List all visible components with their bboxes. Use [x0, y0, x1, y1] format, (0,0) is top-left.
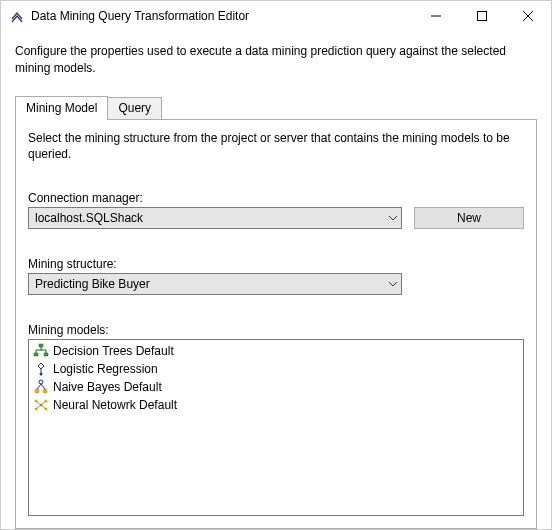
- mining-structure-label: Mining structure:: [28, 257, 524, 271]
- new-connection-button[interactable]: New: [414, 207, 524, 229]
- svg-rect-5: [34, 353, 38, 356]
- chevron-down-icon: [389, 279, 397, 290]
- tabstrip: Mining Model Query: [15, 95, 537, 119]
- minimize-button[interactable]: [413, 1, 459, 31]
- connection-manager-combo[interactable]: localhost.SQLShack: [28, 207, 402, 229]
- mining-structure-combo[interactable]: Predicting Bike Buyer: [28, 273, 402, 295]
- list-item[interactable]: Naive Bayes Default: [31, 378, 521, 396]
- svg-line-26: [41, 401, 46, 405]
- svg-rect-1: [478, 12, 487, 21]
- chevron-down-icon: [389, 213, 397, 224]
- panel-instruction: Select the mining structure from the pro…: [28, 130, 524, 164]
- list-item-label: Decision Trees Default: [53, 343, 174, 359]
- window-controls: [413, 1, 551, 31]
- svg-line-27: [41, 405, 46, 409]
- editor-window: Data Mining Query Transformation Editor …: [0, 0, 552, 530]
- mining-models-listbox[interactable]: Decision Trees DefaultLogistic Regressio…: [28, 339, 524, 516]
- svg-line-17: [37, 384, 41, 389]
- mining-models-label: Mining models:: [28, 323, 524, 337]
- svg-point-14: [39, 380, 43, 384]
- svg-line-18: [41, 384, 45, 389]
- tab-panel-mining-model: Select the mining structure from the pro…: [15, 119, 537, 529]
- svg-line-25: [36, 405, 41, 409]
- tab-mining-model[interactable]: Mining Model: [15, 96, 108, 120]
- tab-label: Query: [118, 101, 151, 115]
- logistic-regression-icon: [33, 361, 49, 377]
- list-item[interactable]: Decision Trees Default: [31, 342, 521, 360]
- dialog-description: Configure the properties used to execute…: [15, 43, 537, 77]
- list-item-label: Naive Bayes Default: [53, 379, 162, 395]
- close-button[interactable]: [505, 1, 551, 31]
- dialog-body: Configure the properties used to execute…: [1, 31, 551, 529]
- neural-network-icon: [33, 397, 49, 413]
- list-item[interactable]: Logistic Regression: [31, 360, 521, 378]
- decision-trees-icon: [33, 343, 49, 359]
- tab-label: Mining Model: [26, 101, 97, 115]
- connection-manager-value: localhost.SQLShack: [35, 211, 143, 225]
- maximize-button[interactable]: [459, 1, 505, 31]
- list-item[interactable]: Neural Netowrk Default: [31, 396, 521, 414]
- naive-bayes-icon: [33, 379, 49, 395]
- svg-point-16: [43, 389, 47, 393]
- svg-rect-4: [39, 344, 43, 347]
- mining-structure-value: Predicting Bike Buyer: [35, 277, 150, 291]
- app-icon: [9, 8, 25, 24]
- new-button-label: New: [457, 211, 481, 225]
- list-item-label: Neural Netowrk Default: [53, 397, 177, 413]
- tab-query[interactable]: Query: [107, 97, 162, 119]
- list-item-label: Logistic Regression: [53, 361, 158, 377]
- window-title: Data Mining Query Transformation Editor: [31, 9, 413, 23]
- titlebar: Data Mining Query Transformation Editor: [1, 1, 551, 31]
- svg-marker-11: [38, 363, 44, 369]
- svg-rect-6: [44, 353, 48, 356]
- svg-point-15: [35, 389, 39, 393]
- svg-point-13: [40, 373, 43, 376]
- connection-manager-label: Connection manager:: [28, 191, 524, 205]
- svg-line-24: [36, 401, 41, 405]
